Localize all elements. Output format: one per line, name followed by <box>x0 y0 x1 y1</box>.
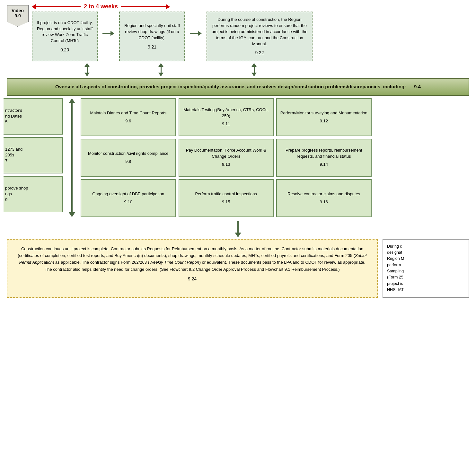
box-to-box-arrow-2 <box>190 31 202 36</box>
grid-box-9-13: Pay Documentation, Force Account Work & … <box>179 139 274 177</box>
box-9-22: During the course of construction, the R… <box>207 12 313 61</box>
partial-box-3: pprove shop ngs 9 <box>4 176 63 212</box>
v-arrow-1 <box>53 63 121 76</box>
partial-box-1: ntractor's nd Dates 5 <box>4 98 63 135</box>
flow-wrapper: Video 9.9 2 to 4 weeks If project is on … <box>4 0 472 304</box>
box-to-box-arrow <box>102 31 114 36</box>
left-partial-column: ntractor's nd Dates 5 1273 and 205s 7 pp… <box>4 98 63 217</box>
down-arrow-section <box>4 220 472 239</box>
arrow-line-2 <box>121 6 166 7</box>
arrow-left-head <box>32 4 36 9</box>
video-badge: Video 9.9 <box>7 5 29 27</box>
bottom-main-box: Construction continues until project is … <box>7 239 378 298</box>
bottom-section: Construction continues until project is … <box>4 239 472 304</box>
grid-box-9-14: Prepare progress reports, reimbursement … <box>276 139 372 177</box>
grid-box-empty-1 <box>374 98 470 136</box>
grid-box-9-10: Ongoing oversight of DBE participation 9… <box>81 179 176 217</box>
grid-box-9-8: Monitor construction /civil rights compl… <box>81 139 176 177</box>
center-arrow-column <box>63 98 81 217</box>
partial-box-2: 1273 and 205s 7 <box>4 137 63 173</box>
bottom-side-box: During cdesignatRegion MperformSampling(… <box>383 239 469 298</box>
grid-box-9-11: Materials Testing (Buy America, CTRs, CO… <box>179 98 274 136</box>
box-9-21: Region and specialty unit staff review s… <box>119 12 185 61</box>
grid-box-empty-3 <box>374 179 470 217</box>
grid-box-9-12: Perform/Monitor surveying and Monumentat… <box>276 98 372 136</box>
arrow-right-head <box>166 4 170 9</box>
center-arrow-line <box>71 103 73 212</box>
center-arrow-up <box>69 98 75 103</box>
grid-box-9-16: Resolve contractor claims and disputes 9… <box>276 179 372 217</box>
grid-box-9-6: Maintain Diaries and Time Count Reports … <box>81 98 176 136</box>
vertical-arrows-section <box>4 61 472 78</box>
box-9-20: If project is on a CDOT facility, Region… <box>32 12 98 61</box>
grid-box-9-15: Perform traffic control inspections 9.15 <box>179 179 274 217</box>
v-arrow-3 <box>201 63 307 76</box>
v-arrow-2 <box>121 63 201 76</box>
weeks-label: 2 to 4 weeks <box>84 3 118 10</box>
center-arrow-down <box>69 212 75 217</box>
grid-boxes: Maintain Diaries and Time Count Reports … <box>81 98 469 217</box>
grid-box-empty-2 <box>374 139 470 177</box>
oversight-bar: Oversee all aspects of construction, pro… <box>7 78 469 96</box>
arrow-line <box>36 6 81 7</box>
